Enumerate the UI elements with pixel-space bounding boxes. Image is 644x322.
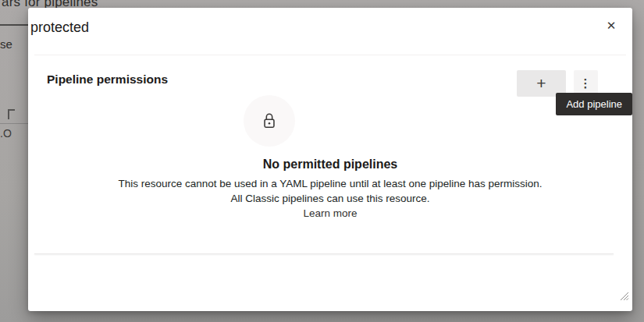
- pipeline-permissions-dialog: protected ✕ Pipeline permissions + ⋮ Add…: [28, 8, 632, 311]
- background-page-text-fragment: se: [0, 37, 12, 51]
- empty-state-description-line1: This resource cannot be used in a YAML p…: [28, 176, 632, 191]
- dialog-title: protected: [30, 19, 89, 36]
- lock-icon: [261, 111, 278, 130]
- background-divider: [0, 24, 29, 26]
- content-bottom-divider: [34, 253, 614, 254]
- background-page-text-fragment: .O: [0, 127, 12, 140]
- add-pipeline-tooltip: Add pipeline: [556, 93, 632, 115]
- empty-state-description-line2: All Classic pipelines can use this resou…: [28, 191, 632, 206]
- empty-state: No permitted pipelines This resource can…: [28, 157, 632, 221]
- header-divider: [34, 55, 626, 55]
- background-icon-fragment: [8, 109, 15, 119]
- close-button[interactable]: ✕: [601, 16, 621, 36]
- resize-handle[interactable]: [618, 290, 629, 301]
- more-options-icon: ⋮: [580, 76, 592, 90]
- empty-state-title: No permitted pipelines: [28, 157, 632, 172]
- learn-more-link[interactable]: Learn more: [303, 206, 357, 221]
- add-icon: +: [536, 74, 546, 93]
- close-icon: ✕: [607, 19, 617, 33]
- section-heading: Pipeline permissions: [47, 73, 168, 87]
- background-divider: [0, 123, 29, 124]
- empty-state-icon-circle: [244, 95, 295, 147]
